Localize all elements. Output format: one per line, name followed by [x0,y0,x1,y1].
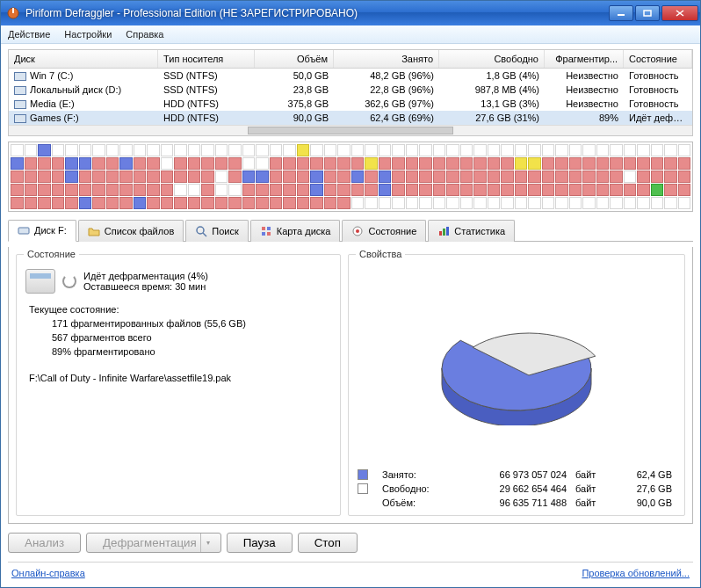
block-cell [528,171,541,183]
col-frag[interactable]: Фрагментир... [545,50,624,68]
block-cell [446,184,459,196]
block-cell [201,197,214,209]
block-cell [392,171,405,183]
block-cell [651,184,664,196]
chevron-down-icon[interactable]: ▾ [200,534,215,552]
col-media[interactable]: Тип носителя [158,50,255,68]
tab-files[interactable]: Список файлов [78,220,184,242]
legend-free-bytes: 29 662 654 464 [461,483,567,494]
block-cell [283,197,296,209]
block-cell [297,197,310,209]
tab-map[interactable]: Карта диска [250,220,341,242]
drive-row[interactable]: Media (E:)HDD (NTFS)375,8 GB362,6 GB (97… [9,97,692,111]
block-cell [379,171,392,183]
block-cell [161,184,174,196]
block-cell [582,184,596,196]
block-cell [38,184,51,196]
drive-row[interactable]: Win 7 (C:)SSD (NTFS)50,0 GB48,2 GB (96%)… [9,69,692,83]
block-cell [310,144,323,156]
tab-health[interactable]: Состояние [342,220,426,242]
block-cell [664,144,677,156]
block-cell [610,184,623,196]
menu-settings[interactable]: Настройки [64,29,112,40]
map-icon [260,225,272,237]
block-cell [528,197,541,209]
block-cell [419,197,432,209]
block-cell [147,144,160,156]
block-cell [488,197,501,209]
close-button[interactable] [661,5,698,21]
titlebar[interactable]: Piriform Defraggler - Professional Editi… [1,1,700,25]
block-cell [242,171,256,183]
block-cell [351,171,365,183]
block-cell [515,171,528,183]
block-cell [379,197,392,209]
scrollbar-thumb[interactable] [248,127,452,134]
block-cell [488,171,501,183]
pause-button[interactable]: Пауза [227,533,293,553]
maximize-button[interactable] [635,5,660,21]
block-cell [624,171,637,183]
drive-icon [14,114,26,123]
block-cell [242,157,256,170]
block-cell [460,184,473,196]
drive-list: Диск Тип носителя Объём Занято Свободно … [8,49,693,136]
block-cell [242,184,256,196]
block-cell [365,171,378,183]
tab-stats[interactable]: Статистика [428,220,515,242]
block-cell [106,184,119,196]
horizontal-scrollbar[interactable] [9,125,692,135]
block-map[interactable] [8,142,693,212]
block-cell [65,197,78,209]
drive-row[interactable]: Локальный диск (D:)SSD (NTFS)23,8 GB22,8… [9,83,692,97]
block-cell [174,144,187,156]
defrag-button[interactable]: Дефрагментация ▾ [86,533,221,553]
block-cell [569,171,582,183]
block-cell [147,184,160,196]
block-cell [460,144,473,156]
legend-free-unit: байт [575,483,611,494]
help-link[interactable]: Онлайн-справка [11,568,85,578]
block-cell [147,157,160,170]
block-cell [106,157,119,170]
block-cell [11,171,24,183]
block-cell [228,157,242,170]
col-free[interactable]: Свободно [439,50,545,68]
block-cell [569,184,582,196]
block-cell [134,184,147,196]
stop-button[interactable]: Стоп [298,533,358,553]
block-cell [406,184,419,196]
hdd-icon [25,269,55,294]
block-cell [460,197,473,209]
svg-rect-6 [18,228,29,234]
svg-rect-10 [267,227,271,230]
tab-search[interactable]: Поиск [185,220,248,242]
block-cell [624,157,637,170]
col-used[interactable]: Занято [334,50,439,68]
col-disk[interactable]: Диск [9,50,158,68]
block-cell [351,144,365,156]
update-link[interactable]: Проверка обновлений... [582,568,690,578]
block-cell [38,171,51,183]
minimize-button[interactable] [609,5,633,21]
svg-rect-3 [644,11,651,16]
col-size[interactable]: Объём [255,50,334,68]
block-cell [119,197,133,209]
legend-used-label: Занято: [382,469,452,480]
block-cell [161,197,174,209]
col-status[interactable]: Состояние [624,50,692,68]
menu-help[interactable]: Справка [126,29,163,40]
drive-row[interactable]: Games (F:)HDD (NTFS)90,0 GB62,4 GB (69%)… [9,111,692,125]
svg-point-14 [356,229,359,233]
analyze-button[interactable]: Анализ [8,533,81,553]
tabstrip: Диск F: Список файлов Поиск Карта диска … [8,219,693,242]
block-cell [65,157,78,170]
block-cell [488,184,501,196]
menu-action[interactable]: Действие [8,29,50,40]
block-cell [134,157,147,170]
block-cell [501,197,514,209]
block-cell [25,157,38,170]
tab-disk[interactable]: Диск F: [8,220,76,242]
block-cell [379,157,392,170]
legend-used-gb: 62,4 GB [619,469,672,480]
